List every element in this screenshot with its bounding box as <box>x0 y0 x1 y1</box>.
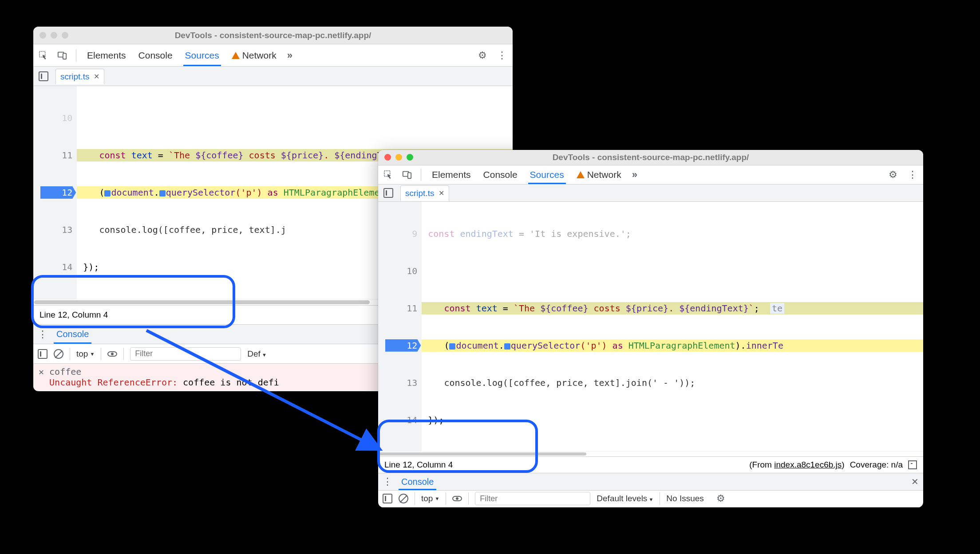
close-window-icon[interactable] <box>384 154 391 161</box>
editor-statusbar: Line 12, Column 4 (From index.a8c1ec6b.j… <box>378 456 923 473</box>
window-controls[interactable] <box>40 32 68 39</box>
window-controls[interactable] <box>384 154 413 161</box>
sourcemap-origin: (From index.a8c1ec6b.js) <box>749 460 844 470</box>
console-filter-input[interactable] <box>130 347 241 361</box>
close-tab-icon[interactable]: ✕ <box>94 72 99 81</box>
close-tab-icon[interactable]: ✕ <box>439 189 444 197</box>
execution-context-selector[interactable]: top <box>421 494 439 503</box>
line-gutter[interactable]: 9 10 11 12 13 14 15 <box>378 202 422 451</box>
drawer-tab-console[interactable]: Console <box>54 325 91 344</box>
tab-console[interactable]: Console <box>137 44 174 66</box>
sidebar-toggle-icon[interactable] <box>383 494 392 503</box>
file-tab-label: script.ts <box>405 189 434 198</box>
drawer-kebab-icon[interactable]: ⋮ <box>383 476 392 487</box>
more-tabs-icon[interactable]: » <box>287 50 292 61</box>
tab-elements[interactable]: Elements <box>430 165 473 185</box>
issues-label[interactable]: No Issues <box>666 494 703 503</box>
tab-network[interactable]: Network <box>575 165 623 185</box>
file-tab-bar: script.ts ✕ <box>33 67 513 86</box>
main-toolbar: Elements Console Sources Network » ⚙ ⋮ <box>378 165 923 185</box>
file-tab-script-ts[interactable]: script.ts ✕ <box>400 185 449 201</box>
device-toggle-icon[interactable] <box>57 51 67 60</box>
console-settings-gear-icon[interactable]: ⚙ <box>716 493 725 504</box>
clear-console-icon[interactable] <box>54 349 63 359</box>
zoom-window-icon[interactable] <box>407 154 413 161</box>
log-levels-selector[interactable]: Default levels <box>597 494 653 503</box>
svg-rect-5 <box>408 173 411 178</box>
window-title: DevTools - consistent-source-map-pc.netl… <box>33 31 513 40</box>
console-toolbar: top Default levels No Issues ⚙ <box>378 491 923 507</box>
drawer-tab-console[interactable]: Console <box>399 473 436 490</box>
navigator-toggle-icon[interactable] <box>383 188 393 198</box>
devtools-window-b: DevTools - consistent-source-map-pc.netl… <box>378 150 923 507</box>
error-icon <box>39 366 44 377</box>
inspect-icon[interactable] <box>39 51 48 60</box>
file-tab-label: script.ts <box>60 72 89 82</box>
console-filter-input[interactable] <box>475 492 590 505</box>
settings-gear-icon[interactable]: ⚙ <box>888 169 898 181</box>
titlebar: DevTools - consistent-source-map-pc.netl… <box>378 150 923 165</box>
kebab-icon[interactable]: ⋮ <box>497 50 507 61</box>
tab-network[interactable]: Network <box>230 44 278 66</box>
window-title: DevTools - consistent-source-map-pc.netl… <box>378 153 923 162</box>
code-lines[interactable]: const endingText = 'It is expensive.'; c… <box>422 202 923 451</box>
minimize-window-icon[interactable] <box>395 154 402 161</box>
navigator-toggle-icon[interactable] <box>39 71 48 81</box>
titlebar: DevTools - consistent-source-map-pc.netl… <box>33 27 513 44</box>
drawer-kebab-icon[interactable]: ⋮ <box>38 329 47 340</box>
coverage-label: Coverage: n/a <box>850 460 903 470</box>
console-command: coffee <box>49 366 279 377</box>
drawer-tabs: ⋮ Console ✕ <box>378 473 923 490</box>
divider <box>421 169 421 181</box>
code-editor[interactable]: 9 10 11 12 13 14 15 const endingText = '… <box>378 202 923 451</box>
execution-context-selector[interactable]: top <box>76 349 95 359</box>
horizontal-scrollbar[interactable] <box>378 451 923 456</box>
cursor-position: Line 12, Column 4 <box>384 460 453 470</box>
inspect-icon[interactable] <box>383 170 393 180</box>
cursor-position: Line 12, Column 4 <box>40 310 108 320</box>
tab-console[interactable]: Console <box>482 165 519 185</box>
file-tab-script-ts[interactable]: script.ts ✕ <box>55 69 104 84</box>
clear-console-icon[interactable] <box>399 494 408 503</box>
tab-elements[interactable]: Elements <box>85 44 128 66</box>
coverage-icon[interactable] <box>908 460 917 469</box>
line-gutter[interactable]: 10 11 12 13 14 <box>33 86 77 299</box>
sidebar-toggle-icon[interactable] <box>38 349 47 359</box>
tab-sources[interactable]: Sources <box>528 165 566 185</box>
settings-gear-icon[interactable]: ⚙ <box>477 50 488 61</box>
svg-rect-2 <box>63 53 66 59</box>
close-drawer-icon[interactable]: ✕ <box>911 476 919 487</box>
log-levels-selector[interactable]: Def <box>247 349 267 359</box>
main-toolbar: Elements Console Sources Network » ⚙ ⋮ <box>33 44 513 67</box>
tab-sources[interactable]: Sources <box>183 44 221 66</box>
device-toggle-icon[interactable] <box>402 170 412 180</box>
more-tabs-icon[interactable]: » <box>632 169 636 181</box>
live-expression-icon[interactable] <box>452 496 462 501</box>
file-tab-bar: script.ts ✕ <box>378 185 923 201</box>
divider <box>76 49 76 62</box>
kebab-icon[interactable]: ⋮ <box>907 169 918 181</box>
live-expression-icon[interactable] <box>107 351 117 357</box>
